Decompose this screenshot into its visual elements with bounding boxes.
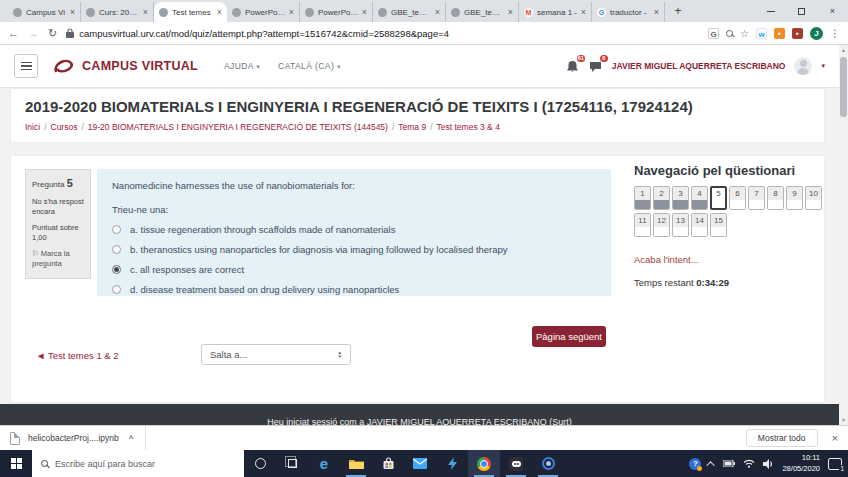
- quiz-nav-question-button[interactable]: 3: [672, 186, 689, 210]
- browser-profile-avatar[interactable]: J: [810, 27, 823, 40]
- user-name[interactable]: JAVIER MIGUEL AQUERRETA ESCRIBANO: [612, 61, 786, 71]
- browser-tab[interactable]: Campus Vi×: [8, 2, 81, 22]
- answer-option[interactable]: c. all responses are correct: [112, 264, 596, 275]
- radio-button[interactable]: [112, 285, 121, 294]
- reload-icon[interactable]: ↻: [48, 27, 57, 40]
- browser-tab[interactable]: GBE_tema 3×: [373, 2, 446, 22]
- browser-menu-icon[interactable]: ⋮: [830, 28, 840, 39]
- browser-tab[interactable]: Curs: 2019-×: [81, 2, 154, 22]
- answer-option[interactable]: b. theranostics using nanoparticles for …: [112, 244, 596, 255]
- mail-button[interactable]: [404, 450, 436, 477]
- quiz-nav-question-button[interactable]: 5: [710, 186, 727, 210]
- browser-tab[interactable]: PowerPoint×: [227, 2, 300, 22]
- back-icon[interactable]: ←: [8, 27, 19, 39]
- radio-button[interactable]: [112, 225, 121, 234]
- flag-question-link[interactable]: ⚐ Marca la pregunta: [32, 249, 84, 269]
- notifications-icon[interactable]: 61: [566, 59, 580, 73]
- answer-option[interactable]: d. disease treatment based on drug deliv…: [112, 284, 596, 295]
- breadcrumb-link[interactable]: Tema 9: [398, 122, 426, 132]
- search-input[interactable]: [55, 459, 235, 469]
- quiz-nav-question-button[interactable]: 11: [634, 213, 651, 237]
- messages-icon[interactable]: 8: [589, 59, 603, 73]
- task-view-button[interactable]: [276, 450, 308, 477]
- jump-to-select[interactable]: Salta a... ▲▼: [201, 344, 351, 365]
- scroll-up-icon[interactable]: ▲: [839, 47, 848, 53]
- next-page-button[interactable]: Pàgina següent: [532, 326, 606, 347]
- start-button[interactable]: [0, 450, 32, 477]
- tab-close-icon[interactable]: ×: [654, 7, 659, 17]
- menu-language[interactable]: CATALÀ (CA) ▾: [278, 61, 341, 71]
- close-downloads-bar-icon[interactable]: ×: [832, 432, 838, 444]
- quiz-nav-question-button[interactable]: 2: [653, 186, 670, 210]
- help-tray-icon[interactable]: ?: [689, 458, 701, 470]
- edge-button[interactable]: e: [308, 450, 340, 477]
- browser-scrollbar[interactable]: ▲ ▼: [839, 45, 848, 425]
- close-button[interactable]: ×: [817, 0, 848, 22]
- new-tab-button[interactable]: +: [669, 3, 687, 21]
- app-bolt-button[interactable]: [436, 450, 468, 477]
- tab-close-icon[interactable]: ×: [217, 7, 222, 17]
- extension-blue-icon[interactable]: w: [756, 28, 767, 39]
- browser-tab[interactable]: Test temes×: [154, 2, 227, 22]
- browser-tab[interactable]: PowerPoint×: [300, 2, 373, 22]
- discord-button[interactable]: [500, 450, 532, 477]
- volume-icon[interactable]: [763, 459, 774, 469]
- radio-button[interactable]: [112, 265, 121, 274]
- file-explorer-button[interactable]: [340, 450, 372, 477]
- tab-close-icon[interactable]: ×: [289, 7, 294, 17]
- user-avatar[interactable]: [794, 57, 812, 75]
- hamburger-menu-button[interactable]: [14, 54, 38, 78]
- app-circle-button[interactable]: [532, 450, 564, 477]
- tab-close-icon[interactable]: ×: [435, 7, 440, 17]
- browser-tab[interactable]: Msemana 1 -×: [519, 2, 592, 22]
- browser-tab[interactable]: GBE_tema 3×: [446, 2, 519, 22]
- battery-icon[interactable]: [723, 460, 735, 467]
- breadcrumb-link[interactable]: Cursos: [51, 122, 78, 132]
- site-brand[interactable]: CAMPUS VIRTUAL: [82, 59, 198, 73]
- scroll-down-icon[interactable]: ▼: [839, 417, 848, 423]
- radio-button[interactable]: [112, 245, 121, 254]
- quiz-nav-question-button[interactable]: 12: [653, 213, 670, 237]
- tab-close-icon[interactable]: ×: [581, 7, 586, 17]
- download-options-caret-icon[interactable]: ^: [129, 434, 134, 443]
- tab-close-icon[interactable]: ×: [508, 7, 513, 17]
- breadcrumb-link[interactable]: Test temes 3 & 4: [437, 122, 500, 132]
- answer-option[interactable]: a. tissue regeneration through scaffolds…: [112, 224, 596, 235]
- finish-attempt-link[interactable]: Acaba l'intent...: [634, 254, 824, 265]
- minimize-button[interactable]: [755, 0, 786, 22]
- taskbar-clock[interactable]: 10:11 28/05/2020: [782, 453, 820, 473]
- scrollbar-thumb[interactable]: [840, 57, 847, 117]
- quiz-nav-question-button[interactable]: 6: [729, 186, 746, 210]
- quiz-nav-question-button[interactable]: 9: [786, 186, 803, 210]
- tab-close-icon[interactable]: ×: [70, 7, 75, 17]
- quiz-nav-question-button[interactable]: 14: [691, 213, 708, 237]
- chrome-button[interactable]: [468, 450, 500, 477]
- quiz-nav-question-button[interactable]: 10: [805, 186, 822, 210]
- zoom-icon[interactable]: [726, 30, 733, 37]
- tab-close-icon[interactable]: ×: [362, 7, 367, 17]
- quiz-nav-question-button[interactable]: 1: [634, 186, 651, 210]
- url-text[interactable]: campusvirtual.urv.cat/mod/quiz/attempt.p…: [79, 28, 449, 39]
- menu-ajuda[interactable]: AJUDA ▾: [224, 61, 260, 71]
- user-menu-caret-icon[interactable]: ▾: [821, 62, 825, 70]
- action-center-icon[interactable]: 1: [828, 458, 842, 470]
- quiz-nav-question-button[interactable]: 4: [691, 186, 708, 210]
- downloaded-file-name[interactable]: helicobacterProj....ipynb: [28, 433, 119, 443]
- browser-tab[interactable]: Gtraductor -×: [592, 2, 665, 22]
- quiz-nav-question-button[interactable]: 15: [710, 213, 727, 237]
- session-info-link[interactable]: Heu iniciat sessió com a JAVIER MIGUEL A…: [0, 417, 839, 425]
- url-box[interactable]: campusvirtual.urv.cat/mod/quiz/attempt.p…: [66, 28, 699, 39]
- taskbar-search[interactable]: [32, 450, 244, 477]
- hidden-icons-chevron[interactable]: [707, 461, 715, 469]
- breadcrumb-link[interactable]: 19-20 BIOMATERIALS I ENGINYERIA I REGENE…: [88, 122, 388, 132]
- extension-red-icon[interactable]: ▪: [792, 28, 803, 39]
- store-button[interactable]: [372, 450, 404, 477]
- quiz-nav-question-button[interactable]: 13: [672, 213, 689, 237]
- wifi-icon[interactable]: [743, 459, 755, 468]
- quiz-nav-question-button[interactable]: 7: [748, 186, 765, 210]
- breadcrumb-link[interactable]: Inici: [25, 122, 40, 132]
- quiz-nav-question-button[interactable]: 8: [767, 186, 784, 210]
- previous-activity-link[interactable]: ◄ Test temes 1 & 2: [36, 350, 119, 361]
- extension-orange-icon[interactable]: ▪: [774, 28, 785, 39]
- show-all-downloads-button[interactable]: Mostrar todo: [746, 429, 818, 447]
